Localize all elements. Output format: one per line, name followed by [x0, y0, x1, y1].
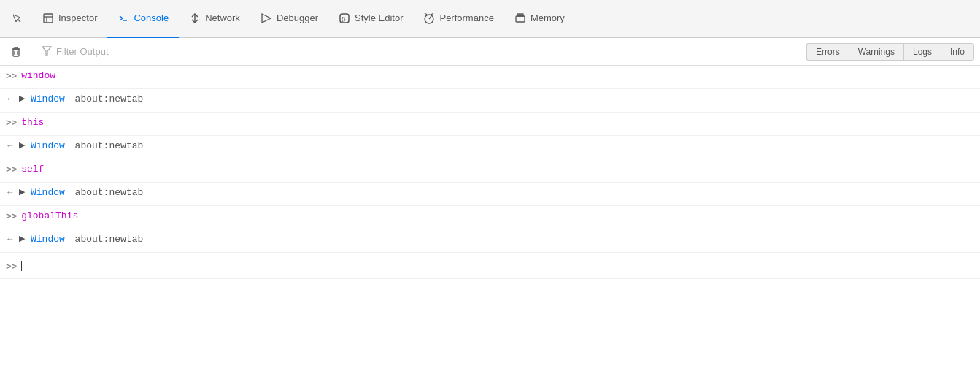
info-filter-button[interactable]: Info [941, 43, 974, 61]
memory-icon [514, 12, 526, 24]
svg-rect-10 [517, 14, 519, 16]
list-item: ← ▶ Window about:newtab [0, 229, 980, 253]
prompt-symbol: >> [6, 117, 17, 128]
logs-filter-button[interactable]: Logs [903, 43, 941, 61]
network-icon [189, 12, 201, 24]
list-item: ← ▶ Window about:newtab [0, 136, 980, 159]
tab-console-label: Console [134, 12, 169, 23]
filter-area[interactable]: Filter Output [42, 45, 802, 58]
inspector-icon [42, 12, 54, 24]
filter-icon [42, 45, 52, 58]
list-item: >> this [0, 113, 980, 136]
window-object-label[interactable]: Window [31, 187, 65, 198]
svg-marker-5 [262, 14, 271, 23]
console-icon [117, 12, 129, 24]
svg-point-7 [425, 15, 433, 23]
console-output: >> window ← ▶ Window about:newtab >> thi… [0, 66, 980, 366]
window-object-label[interactable]: Window [31, 234, 65, 245]
svg-rect-11 [520, 14, 521, 16]
expand-icon[interactable]: ▶ [19, 94, 25, 103]
performance-icon [423, 12, 435, 24]
svg-rect-12 [522, 14, 523, 16]
expand-icon[interactable]: ▶ [19, 187, 25, 197]
about-text: about:newtab [69, 187, 143, 198]
about-text: about:newtab [69, 94, 143, 104]
tab-performance-label: Performance [439, 12, 493, 23]
console-toolbar: Filter Output Errors Warnings Logs Info [0, 38, 980, 66]
tab-inspector[interactable]: Inspector [32, 0, 107, 38]
window-object-label[interactable]: Window [31, 94, 65, 104]
pick-element-button[interactable] [3, 4, 32, 34]
prompt-symbol: >> [6, 70, 17, 81]
tab-inspector-label: Inspector [58, 12, 97, 23]
prompt-symbol: >> [6, 210, 17, 221]
tab-memory-label: Memory [530, 12, 565, 23]
list-item: >> self [0, 159, 980, 183]
expand-icon[interactable]: ▶ [19, 140, 25, 150]
tab-performance[interactable]: Performance [413, 0, 503, 38]
main-toolbar: Inspector Console Network Debugg [0, 0, 980, 38]
svg-text:{}: {} [342, 15, 346, 22]
svg-rect-13 [13, 49, 19, 56]
active-input-line[interactable]: >> [0, 256, 980, 279]
console-input-text: window [21, 70, 55, 81]
window-object-label[interactable]: Window [31, 140, 65, 151]
tab-debugger-label: Debugger [277, 12, 318, 23]
tab-console[interactable]: Console [107, 0, 179, 38]
warnings-filter-button[interactable]: Warnings [849, 43, 903, 61]
list-item: >> globalThis [0, 206, 980, 229]
back-arrow-icon[interactable]: ← [6, 94, 15, 104]
log-filter-buttons: Errors Warnings Logs Info [806, 43, 974, 61]
errors-filter-button[interactable]: Errors [806, 43, 849, 61]
debugger-icon [261, 12, 272, 24]
list-item: ← ▶ Window about:newtab [0, 183, 980, 206]
console-input-text: this [21, 117, 44, 128]
cursor [21, 261, 22, 271]
expand-icon[interactable]: ▶ [19, 234, 25, 243]
svg-rect-9 [516, 16, 525, 22]
tab-style-editor[interactable]: {} Style Editor [328, 0, 413, 38]
clear-console-button[interactable] [6, 42, 26, 62]
style-editor-icon: {} [339, 12, 350, 24]
prompt-symbol: >> [6, 164, 17, 175]
back-arrow-icon[interactable]: ← [6, 187, 15, 197]
tab-debugger[interactable]: Debugger [250, 0, 328, 38]
back-arrow-icon[interactable]: ← [6, 140, 15, 150]
filter-placeholder: Filter Output [56, 46, 109, 57]
toolbar-separator [34, 43, 34, 61]
console-input-text: self [21, 164, 44, 175]
list-item: ← ▶ Window about:newtab [0, 89, 980, 113]
prompt-symbol: >> [6, 261, 17, 272]
tab-network[interactable]: Network [179, 0, 250, 38]
main-area: Filter Output Errors Warnings Logs Info … [0, 38, 980, 366]
console-input-text: globalThis [21, 210, 78, 221]
svg-marker-16 [42, 47, 51, 55]
tab-style-editor-label: Style Editor [355, 12, 403, 23]
about-text: about:newtab [69, 140, 143, 151]
back-arrow-icon[interactable]: ← [6, 234, 15, 244]
svg-rect-0 [44, 14, 53, 23]
about-text: about:newtab [69, 234, 143, 245]
list-item: >> window [0, 66, 980, 89]
svg-line-8 [429, 16, 431, 19]
tab-network-label: Network [205, 12, 240, 23]
tab-memory[interactable]: Memory [504, 0, 575, 38]
